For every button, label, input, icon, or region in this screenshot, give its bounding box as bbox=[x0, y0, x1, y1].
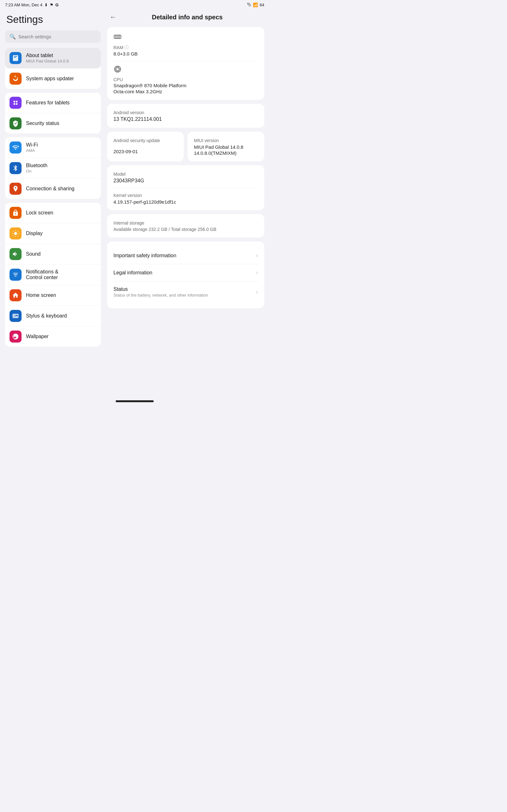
sidebar-item-sound[interactable]: Sound bbox=[5, 244, 101, 264]
g-icon: G bbox=[55, 3, 59, 7]
storage-label: Internal storage bbox=[113, 220, 258, 225]
updater-icon bbox=[9, 72, 21, 85]
sidebar-item-security[interactable]: Security status bbox=[5, 113, 101, 134]
status-time: 7:23 AM Mon, Dec 4 bbox=[5, 3, 43, 7]
sidebar-item-wifi[interactable]: Wi-Fi AMA bbox=[5, 137, 101, 158]
wifi-icon bbox=[9, 142, 21, 154]
display-text: Display bbox=[26, 231, 43, 236]
sidebar-item-homescreen[interactable]: Home screen bbox=[5, 285, 101, 306]
svg-point-4 bbox=[16, 101, 17, 103]
bluetooth-icon bbox=[9, 162, 21, 174]
sidebar-item-updater[interactable]: System apps updater bbox=[5, 68, 101, 89]
sound-icon bbox=[9, 248, 21, 260]
miui-version-card: MIUI version MIUI Pad Global 14.0.8 14.0… bbox=[187, 132, 264, 161]
svg-rect-0 bbox=[13, 55, 18, 61]
legal-link[interactable]: Legal information › bbox=[113, 264, 258, 281]
sidebar-item-lockscreen[interactable]: Lock screen bbox=[5, 203, 101, 223]
sidebar-section-features: Features for tablets Security status bbox=[5, 93, 101, 134]
sidebar: Settings 🔍 About tablet MIUI Pad Global … bbox=[0, 9, 105, 394]
android-version-value: 13 TKQ1.221114.001 bbox=[113, 116, 258, 122]
links-card: Important safety information › Legal inf… bbox=[107, 241, 264, 308]
sidebar-item-notifications[interactable]: Notifications &Control center bbox=[5, 264, 101, 285]
android-security-label: Android security update bbox=[113, 138, 177, 143]
wifi-sublabel: AMA bbox=[26, 148, 38, 153]
notifications-text: Notifications &Control center bbox=[26, 269, 58, 281]
svg-rect-8 bbox=[114, 35, 121, 39]
sidebar-item-stylus[interactable]: Stylus & keyboard bbox=[5, 306, 101, 326]
search-bar[interactable]: 🔍 bbox=[5, 31, 101, 43]
miui-version-sublabel: MIUI Pad Global 14.0.8 bbox=[194, 144, 258, 150]
bluetooth-sublabel: On bbox=[26, 169, 48, 173]
sound-text: Sound bbox=[26, 251, 41, 257]
storage-value: Available storage 232.2 GB / Total stora… bbox=[113, 227, 258, 232]
svg-point-3 bbox=[14, 101, 15, 103]
android-security-card: Android security update 2023-09-01 bbox=[107, 132, 184, 161]
search-icon: 🔍 bbox=[9, 34, 16, 40]
svg-rect-1 bbox=[14, 56, 17, 57]
sidebar-item-about[interactable]: About tablet MIUI Pad Global 14.0.8 bbox=[5, 48, 101, 68]
status-label: Status bbox=[113, 287, 208, 292]
homescreen-text: Home screen bbox=[26, 293, 56, 298]
safety-link[interactable]: Important safety information › bbox=[113, 247, 258, 264]
status-sublabel: Status of the battery, network, and othe… bbox=[113, 293, 208, 298]
bluetooth-label: Bluetooth bbox=[26, 163, 48, 168]
miui-version-label: MIUI version bbox=[194, 138, 258, 143]
display-label: Display bbox=[26, 231, 43, 236]
tablets-label: Features for tablets bbox=[26, 100, 70, 106]
cpu-label: CPU bbox=[113, 77, 258, 82]
ram-row: RAM ⓘ 8.0+3.0 GB bbox=[113, 33, 258, 56]
status-text-group: Status Status of the battery, network, a… bbox=[113, 287, 208, 298]
sidebar-item-tablets[interactable]: Features for tablets bbox=[5, 93, 101, 113]
stylus-text: Stylus & keyboard bbox=[26, 313, 67, 319]
ram-value: 8.0+3.0 GB bbox=[113, 51, 258, 56]
status-bar-right: ⮷ 📶 64 bbox=[247, 3, 264, 7]
flag-icon: ⚑ bbox=[50, 3, 54, 7]
security-label: Security status bbox=[26, 120, 59, 126]
connection-text: Connection & sharing bbox=[26, 186, 74, 192]
stylus-label: Stylus & keyboard bbox=[26, 313, 67, 319]
sidebar-item-display[interactable]: Display bbox=[5, 223, 101, 244]
back-button[interactable]: ← bbox=[107, 13, 119, 21]
homescreen-label: Home screen bbox=[26, 293, 56, 298]
wallpaper-label: Wallpaper bbox=[26, 334, 49, 339]
svg-point-5 bbox=[14, 103, 15, 105]
tablets-icon bbox=[9, 97, 21, 109]
android-version-label: Android version bbox=[113, 110, 258, 115]
kernel-row: Kernel version 4.19.157-perf-g1120d9e1df… bbox=[113, 192, 258, 205]
model-label: Model bbox=[113, 171, 258, 177]
display-icon bbox=[9, 227, 21, 240]
home-icon bbox=[9, 289, 21, 301]
lockscreen-text: Lock screen bbox=[26, 210, 53, 216]
home-indicator bbox=[116, 400, 154, 402]
model-value: 23043RP34G bbox=[113, 178, 258, 184]
status-link[interactable]: Status Status of the battery, network, a… bbox=[113, 281, 258, 303]
detail-panel: ← Detailed info and specs RAM ⓘ bbox=[105, 9, 269, 394]
search-input[interactable] bbox=[18, 34, 96, 39]
legal-label: Legal information bbox=[113, 270, 153, 275]
sidebar-item-connection[interactable]: Connection & sharing bbox=[5, 179, 101, 199]
sidebar-section-connectivity: Wi-Fi AMA Bluetooth On Connection & sh bbox=[5, 137, 101, 199]
sidebar-title: Settings bbox=[5, 14, 101, 26]
about-sublabel: MIUI Pad Global 14.0.8 bbox=[26, 59, 69, 63]
cpu-subvalue: Octa-core Max 3.2GHz bbox=[113, 89, 258, 94]
wifi-text: Wi-Fi AMA bbox=[26, 142, 38, 153]
lockscreen-icon bbox=[9, 207, 21, 219]
download-icon: ⬇ bbox=[44, 3, 48, 7]
cpu-icon bbox=[113, 65, 258, 75]
panel-header: ← Detailed info and specs bbox=[107, 9, 264, 27]
security-text: Security status bbox=[26, 120, 59, 126]
ram-icon bbox=[113, 33, 258, 43]
svg-rect-2 bbox=[14, 57, 16, 58]
sidebar-item-wallpaper[interactable]: Wallpaper bbox=[5, 326, 101, 347]
sidebar-item-bluetooth[interactable]: Bluetooth On bbox=[5, 158, 101, 179]
kernel-value: 4.19.157-perf-g1120d9e1df1c bbox=[113, 199, 258, 205]
lockscreen-label: Lock screen bbox=[26, 210, 53, 216]
kernel-label: Kernel version bbox=[113, 193, 258, 198]
divider2 bbox=[113, 188, 258, 189]
svg-rect-14 bbox=[116, 68, 119, 71]
tablets-text: Features for tablets bbox=[26, 100, 70, 106]
cpu-value: Snapdragon® 870 Mobile Platform bbox=[113, 83, 258, 88]
security-miui-row: Android security update 2023-09-01 MIUI … bbox=[107, 132, 264, 161]
about-icon bbox=[9, 52, 21, 64]
sidebar-section-top: About tablet MIUI Pad Global 14.0.8 Syst… bbox=[5, 48, 101, 89]
